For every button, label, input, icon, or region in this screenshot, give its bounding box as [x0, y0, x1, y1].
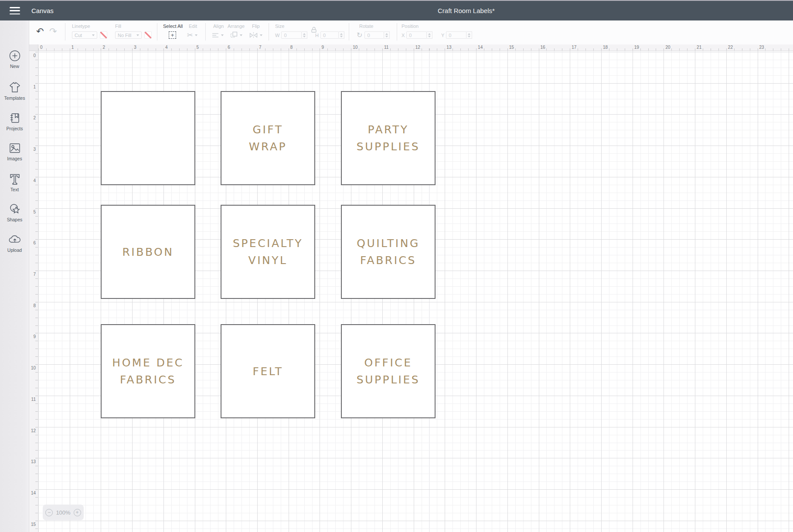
ruler-number: 6	[228, 45, 230, 50]
sidebar-item-label: Templates	[0, 95, 29, 101]
ruler-number: 14	[478, 45, 483, 50]
canvas-tile[interactable]: RIBBON	[101, 205, 195, 299]
rotate-input[interactable]: 0	[364, 31, 384, 39]
position-y-stepper[interactable]	[466, 31, 472, 39]
fill-select[interactable]: No Fill	[115, 31, 142, 39]
flip-button[interactable]	[249, 31, 262, 39]
tile-label-line: VINYL	[248, 252, 288, 269]
shapes-icon	[0, 203, 29, 216]
ruler-number: 10	[31, 366, 36, 370]
arrange-button[interactable]	[230, 31, 242, 39]
sidebar-item-shapes[interactable]: Shapes	[0, 203, 29, 222]
ruler-number: 2	[102, 45, 105, 50]
tile-label-line: SUPPLIES	[357, 371, 420, 388]
canvas-tile[interactable]: GIFTWRAP	[221, 91, 315, 185]
chevron-down-icon	[136, 34, 139, 36]
ruler-corner	[29, 44, 38, 51]
position-y-controls: Y 0	[441, 31, 472, 39]
ruler-number: 7	[259, 45, 262, 50]
tile-label-line: WRAP	[249, 138, 287, 155]
canvas-tile[interactable]: FELT	[221, 324, 315, 418]
x-axis-label: X	[402, 33, 405, 38]
ruler-number: 12	[415, 45, 420, 50]
flip-horizontal-icon	[249, 32, 258, 39]
document-title: Craft Room Labels*	[438, 1, 495, 20]
sidebar-item-text[interactable]: Text	[0, 173, 29, 192]
position-x-stepper[interactable]	[427, 31, 432, 39]
fill-color-swatch[interactable]	[144, 31, 152, 39]
rotate-label: Rotate	[359, 24, 373, 29]
linetype-select[interactable]: Cut	[72, 31, 97, 39]
letter-t-icon	[0, 173, 29, 186]
linetype-label: Linetype	[72, 24, 90, 29]
app-window: Canvas Craft Room Labels* ↶ ↷ Linetype C…	[0, 0, 793, 532]
canvas-tile[interactable]: OFFICESUPPLIES	[341, 324, 436, 418]
tile-label-line: SPECIALTY	[233, 235, 303, 252]
photo-icon	[0, 142, 29, 155]
canvas-tile[interactable]: HOME DECFABRICS	[101, 324, 195, 418]
ruler-number: 9	[321, 45, 324, 50]
sidebar-item-new[interactable]: New	[0, 49, 29, 69]
ruler-number: 19	[634, 45, 639, 50]
sidebar-item-upload[interactable]: Upload	[0, 233, 29, 253]
ruler-number: 12	[31, 428, 36, 433]
ruler-number: 13	[446, 45, 451, 50]
ruler-number: 8	[290, 45, 293, 50]
tile-label-line: FABRICS	[120, 371, 176, 388]
zoom-in-button[interactable]: +	[74, 509, 81, 516]
height-input[interactable]: 0	[320, 31, 339, 39]
canvas-tile[interactable]: PARTYSUPPLIES	[341, 91, 436, 185]
tile-label-line: OFFICE	[364, 354, 412, 371]
canvas-tile[interactable]: SPECIALTYVINYL	[221, 205, 315, 299]
cloud-upload-icon	[0, 233, 29, 246]
height-stepper[interactable]	[339, 31, 344, 39]
fill-controls: No Fill	[115, 31, 152, 39]
ruler-number: 4	[165, 45, 168, 50]
ruler-number: 15	[31, 522, 36, 527]
fill-label: Fill	[115, 24, 121, 29]
width-input[interactable]: 0	[281, 31, 302, 39]
rotate-stepper[interactable]	[384, 31, 390, 39]
sidebar-item-label: Upload	[0, 247, 29, 253]
tile-label-line: GIFT	[253, 121, 283, 138]
menu-icon[interactable]	[10, 7, 20, 14]
position-x-input[interactable]: 0	[406, 31, 427, 39]
tile-label-line: PARTY	[368, 121, 408, 138]
rotate-controls: ↻ 0	[357, 31, 390, 39]
ruler-number: 2	[33, 115, 36, 120]
sidebar-item-projects[interactable]: Projects	[0, 112, 29, 131]
edit-label: Edit	[189, 24, 197, 29]
width-stepper[interactable]	[302, 31, 307, 39]
zoom-out-button[interactable]: −	[45, 509, 53, 516]
ruler-number: 16	[541, 45, 545, 50]
select-all-icon: +	[169, 31, 176, 39]
align-button[interactable]	[212, 31, 224, 39]
linetype-color-swatch[interactable]	[100, 31, 107, 39]
ruler-number: 3	[33, 147, 36, 152]
notebook-icon	[0, 112, 29, 125]
sidebar-item-templates[interactable]: Templates	[0, 81, 29, 101]
toolbar-divider	[269, 23, 269, 41]
vertical-ruler: 0123456789101112131415	[29, 51, 38, 532]
tile-label-line: FELT	[253, 363, 283, 380]
undo-icon[interactable]: ↶	[36, 26, 44, 37]
edit-toolbar: ↶ ↷ Linetype Cut Fill No Fill Select All…	[29, 20, 793, 45]
position-y-input[interactable]: 0	[446, 31, 466, 39]
toolbar-divider	[205, 23, 206, 41]
canvas-tile[interactable]	[101, 91, 195, 185]
sidebar-item-label: Images	[0, 156, 29, 161]
redo-icon[interactable]: ↷	[49, 26, 57, 37]
select-all-button[interactable]: +	[169, 31, 176, 39]
toolbar-divider	[65, 23, 65, 41]
ruler-number: 6	[33, 241, 36, 245]
rotate-icon[interactable]: ↻	[357, 31, 362, 39]
ruler-number: 0	[33, 53, 36, 58]
position-x-controls: X 0	[402, 31, 432, 39]
ruler-number: 15	[509, 45, 514, 50]
canvas-tile[interactable]: QUILTINGFABRICS	[341, 205, 436, 299]
ruler-number: 17	[572, 45, 576, 50]
edit-button[interactable]: ✂	[187, 31, 197, 39]
flip-label: Flip	[252, 24, 260, 29]
sidebar-item-images[interactable]: Images	[0, 142, 29, 161]
y-axis-label: Y	[441, 33, 444, 38]
